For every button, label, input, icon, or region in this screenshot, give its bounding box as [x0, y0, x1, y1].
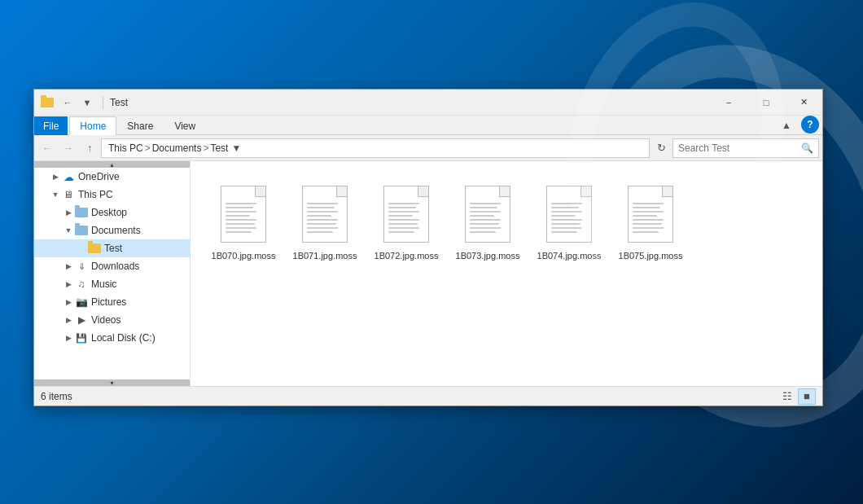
content-area: 1B070.jpg.moss 1B071.jpg.mo: [191, 161, 822, 386]
file-name-3: 1B073.jpg.moss: [456, 250, 520, 261]
file-name-4: 1B074.jpg.moss: [537, 250, 602, 261]
desktop-folder-icon: [75, 206, 88, 219]
sidebar-label-localdisk: Local Disk (C:): [91, 332, 156, 344]
file-icon-0: [215, 182, 272, 247]
file-icon-5: [622, 182, 679, 247]
expand-localdisk[interactable]: ▶: [64, 333, 73, 343]
nav-up-button[interactable]: ↑: [80, 138, 99, 158]
file-item-5[interactable]: 1B075.jpg.moss: [614, 177, 687, 265]
file-name-2: 1B072.jpg.moss: [375, 250, 439, 261]
details-view-button[interactable]: ☷: [778, 388, 796, 405]
help-button[interactable]: ?: [801, 116, 819, 134]
view-mode-buttons: ☷ ■: [778, 388, 816, 405]
expand-desktop[interactable]: ▶: [64, 208, 73, 217]
sidebar-label-music: Music: [91, 278, 116, 290]
sidebar-item-documents[interactable]: ▼ Documents: [34, 221, 190, 239]
title-separator: [103, 96, 103, 109]
file-grid: 1B070.jpg.moss 1B071.jpg.mo: [191, 161, 822, 386]
videos-icon: ▶: [75, 313, 88, 327]
expand-downloads[interactable]: ▶: [64, 261, 73, 271]
nav-back-button[interactable]: ←: [37, 138, 57, 158]
file-item-0[interactable]: 1B070.jpg.moss: [207, 177, 280, 265]
sidebar-label-videos: Videos: [91, 314, 120, 326]
sidebar-item-test[interactable]: Test: [34, 239, 190, 257]
close-button[interactable]: ✕: [785, 90, 822, 116]
address-dropdown-arrow[interactable]: ▼: [228, 138, 244, 158]
expand-onedrive[interactable]: ▶: [50, 172, 60, 182]
window-title: Test: [110, 97, 710, 108]
sidebar-item-desktop[interactable]: ▶ Desktop: [34, 204, 190, 221]
sidebar-item-downloads[interactable]: ▶ ⇓ Downloads: [34, 257, 190, 275]
music-icon: ♫: [75, 278, 88, 291]
breadcrumb-thispc: This PC: [108, 142, 143, 154]
sidebar: ▲ ▶ ☁ OneDrive ▼ 🖥 This PC ▶: [34, 161, 191, 386]
tab-share[interactable]: Share: [116, 116, 164, 135]
sidebar-label-onedrive: OneDrive: [78, 171, 120, 182]
documents-folder-icon: [75, 224, 88, 237]
sidebar-item-videos[interactable]: ▶ ▶ Videos: [34, 311, 190, 329]
sidebar-label-pictures: Pictures: [91, 296, 126, 308]
file-item-4[interactable]: 1B074.jpg.moss: [532, 177, 606, 265]
sidebar-item-thispc[interactable]: ▼ 🖥 This PC: [34, 186, 190, 204]
window-controls: − □ ✕: [710, 90, 822, 116]
onedrive-icon: ☁: [62, 170, 75, 183]
file-explorer-window: ← ▼ Test − □ ✕ File Home Share View ▲ ? …: [33, 89, 823, 406]
expand-test: [77, 243, 86, 253]
sidebar-label-documents: Documents: [91, 225, 141, 236]
sidebar-label-desktop: Desktop: [91, 207, 127, 218]
title-bar: ← ▼ Test − □ ✕: [34, 90, 822, 116]
ribbon-tabs: File Home Share View ▲ ?: [34, 116, 822, 135]
nav-forward-button[interactable]: →: [59, 138, 78, 158]
breadcrumb-test: Test: [210, 142, 228, 154]
address-bar: ← → ↑ This PC > Documents > Test ▼ ↻ 🔍: [34, 135, 822, 161]
file-icon-2: [378, 182, 435, 247]
expand-thispc[interactable]: ▼: [50, 190, 60, 199]
file-item-1[interactable]: 1B071.jpg.moss: [288, 177, 361, 265]
tiles-view-button[interactable]: ■: [798, 388, 816, 405]
ribbon-collapse-chevron[interactable]: ▲: [775, 116, 798, 134]
search-box[interactable]: 🔍: [672, 138, 819, 158]
file-icon-1: [296, 182, 353, 247]
sidebar-item-music[interactable]: ▶ ♫ Music: [34, 275, 190, 293]
sidebar-scroll-down[interactable]: ▼: [34, 379, 190, 386]
status-bar: 6 items ☷ ■: [34, 386, 822, 405]
file-name-1: 1B071.jpg.moss: [293, 250, 357, 261]
disk-icon: 💾: [75, 331, 88, 344]
expand-pictures[interactable]: ▶: [64, 297, 73, 307]
sidebar-label-downloads: Downloads: [91, 261, 139, 272]
qa-back-button[interactable]: ←: [59, 94, 77, 112]
pictures-icon: 📷: [75, 296, 88, 309]
test-folder-icon: [88, 242, 101, 255]
sidebar-item-onedrive[interactable]: ▶ ☁ OneDrive: [34, 168, 190, 186]
breadcrumb-documents: Documents: [152, 142, 202, 154]
sidebar-label-test: Test: [104, 243, 122, 254]
search-icon[interactable]: 🔍: [801, 142, 813, 154]
sidebar-label-thispc: This PC: [78, 189, 113, 200]
expand-music[interactable]: ▶: [64, 279, 73, 289]
downloads-icon: ⇓: [75, 260, 88, 273]
file-item-3[interactable]: 1B073.jpg.moss: [451, 177, 524, 265]
file-icon-4: [541, 182, 598, 247]
quick-access-toolbar: ← ▼: [59, 94, 96, 112]
sidebar-scroll-up[interactable]: ▲: [34, 161, 190, 168]
minimize-button[interactable]: −: [710, 90, 747, 116]
expand-videos[interactable]: ▶: [64, 315, 73, 325]
search-input[interactable]: [678, 142, 801, 154]
maximize-button[interactable]: □: [747, 90, 785, 116]
tab-home[interactable]: Home: [69, 116, 116, 135]
qa-pin-button[interactable]: ▼: [78, 94, 96, 112]
tab-file[interactable]: File: [34, 116, 68, 135]
file-name-0: 1B070.jpg.moss: [212, 250, 276, 261]
sidebar-item-pictures[interactable]: ▶ 📷 Pictures: [34, 293, 190, 311]
item-count: 6 items: [41, 391, 72, 402]
expand-documents[interactable]: ▼: [64, 226, 73, 235]
thispc-icon: 🖥: [62, 188, 75, 201]
file-item-2[interactable]: 1B072.jpg.moss: [370, 177, 443, 265]
file-name-5: 1B075.jpg.moss: [619, 250, 683, 261]
window-folder-icon: [41, 96, 54, 109]
tab-view[interactable]: View: [164, 116, 206, 135]
refresh-button[interactable]: ↻: [651, 138, 671, 158]
sidebar-item-localdisk[interactable]: ▶ 💾 Local Disk (C:): [34, 329, 190, 347]
address-input[interactable]: This PC > Documents > Test ▼: [101, 138, 650, 158]
file-icon-3: [459, 182, 516, 247]
